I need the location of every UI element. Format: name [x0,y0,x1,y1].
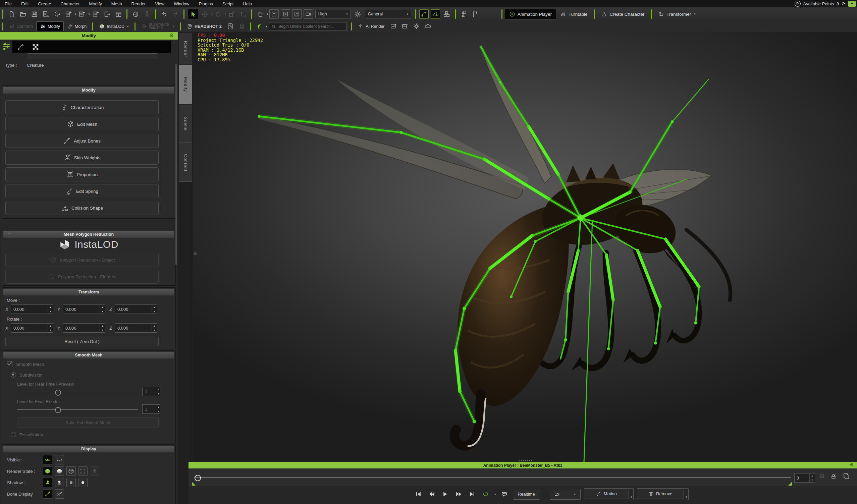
spinner[interactable]: ▲▼ [100,324,105,332]
collapse-icon[interactable]: – [8,86,11,91]
rotate-x-field[interactable]: ▲▼ [11,323,53,333]
timeline-playhead[interactable] [195,475,201,481]
spinner[interactable]: ▲▼ [152,305,157,314]
select-tool-icon[interactable] [187,9,198,19]
render-settings-icon[interactable] [411,21,421,32]
visible-off-toggle[interactable] [55,455,64,465]
quality-dropdown[interactable]: High ▾ [315,10,351,18]
content-search-box[interactable] [269,22,347,31]
create-character-button[interactable]: Create Character [598,9,649,19]
camera-fit-icon[interactable] [269,10,279,19]
motion-dropdown-icon[interactable]: ▾ [629,488,634,500]
range-end-marker[interactable] [788,482,792,486]
loop-button[interactable] [480,489,490,499]
shadow-receive-toggle[interactable] [66,478,76,487]
tab-modify[interactable]: Modify [179,65,192,104]
tab-scene[interactable]: Scene [179,105,192,143]
menu-script[interactable]: Script [218,1,238,6]
spinner[interactable]: ▲▼ [100,305,105,314]
move-y-field[interactable]: ▲▼ [63,304,105,314]
menu-window[interactable]: Window [169,1,194,6]
panel-resize-handle[interactable]: ⁞⁞⁞ [194,253,197,255]
skin-weights-button[interactable]: Skin Weights [5,151,159,165]
instalod-toolbar-button[interactable]: InstaLOD ▾ [96,22,132,31]
bone-edit-tab-icon[interactable] [17,43,24,51]
timeline-resize-handle[interactable]: ••••••• [519,458,533,462]
render-textured-toggle[interactable] [55,467,64,476]
duplicate-clip-icon[interactable] [843,472,850,480]
move-x-field[interactable]: ▲▼ [11,304,53,314]
fbx-dropdown-icon[interactable]: ▾ [88,12,90,16]
search-input[interactable] [278,24,339,29]
menu-help[interactable]: Help [238,1,257,6]
adjust-bones-button[interactable]: Adjust Bones [5,134,159,148]
viewport-3d[interactable]: FPS : 0.00 Project Triangle : 22942 Sele… [193,32,857,462]
material-ball-icon[interactable] [131,9,140,19]
render-wireframe-toggle[interactable] [66,467,76,476]
rotate-y-field[interactable]: ▲▼ [63,323,105,333]
clip-layers-icon[interactable] [819,473,824,479]
ik-mode-icon[interactable] [419,10,428,19]
player-close-icon[interactable]: ⊗ [850,462,854,467]
shadow-none-toggle[interactable] [78,478,87,487]
collapse-icon[interactable]: – [8,445,11,450]
menu-create[interactable]: Create [33,1,56,6]
menu-modify[interactable]: Modify [84,1,106,6]
export-fbx-icon[interactable]: FBX [77,9,87,19]
mesh-group-icon[interactable] [442,9,452,19]
save-project-icon[interactable] [29,9,39,19]
remove-dropdown-icon[interactable]: ▾ [684,488,689,500]
add-points-button[interactable]: + [848,1,856,7]
collapse-icon[interactable]: – [8,288,11,293]
go-to-start-button[interactable] [413,489,423,499]
comment-button[interactable] [500,489,509,499]
camera-view-icon[interactable] [304,10,313,19]
texture-tab-icon[interactable] [32,43,39,51]
go-to-end-button[interactable] [467,489,477,499]
plant-tool-icon[interactable] [254,21,264,32]
undo-icon[interactable] [159,9,169,19]
camera-focus-icon[interactable] [281,10,290,19]
scene-mode-dropdown[interactable]: General ▾ [365,10,411,18]
ai-video-icon[interactable] [400,21,410,32]
turntable-button[interactable]: Turntable [556,9,592,19]
collision-shape-button[interactable]: Collision Shape [5,201,159,215]
turntable-record-icon[interactable] [830,472,837,480]
menu-mesh[interactable]: Mesh [107,1,127,6]
render-solid-toggle[interactable] [43,467,52,476]
display-section-header[interactable]: – Display [3,446,174,452]
ai-image-icon[interactable] [388,21,399,32]
obj-dropdown-icon[interactable]: ▾ [75,12,77,16]
attribute-tab-icon[interactable] [2,42,11,51]
headshot2-button[interactable]: HEADSHOT 2 [184,22,225,31]
new-project-icon[interactable] [6,9,16,19]
home-dropdown-icon[interactable]: ▾ [267,12,268,16]
bone-show-toggle[interactable] [43,489,52,499]
menu-view[interactable]: View [150,1,169,6]
smooth-section-header[interactable]: – Smooth Mesh [3,352,174,358]
tab-content[interactable]: Content [179,144,192,182]
menu-file[interactable]: File [0,1,16,6]
reduction-section-header[interactable]: – Mesh Polygon Reduction [3,231,174,238]
render-bounds-toggle[interactable] [78,467,87,476]
menu-character[interactable]: Character [56,1,84,6]
panel-scrollbar[interactable] [175,64,177,265]
tab-render[interactable]: Render [179,34,192,64]
motion-button[interactable]: Motion [584,488,629,499]
skingen-panel-icon[interactable] [226,21,236,32]
refresh-points-icon[interactable]: ⟳ [842,1,845,6]
animation-player-header[interactable]: Animation Player : BeeMonster_B5 - Atk1 … [188,462,857,468]
spinner[interactable]: ▲▼ [809,473,815,482]
pack-project-icon[interactable] [113,9,123,19]
previous-frame-button[interactable] [427,489,437,499]
import-avatar-icon[interactable] [52,9,62,19]
characterization-button[interactable]: Characterization [5,100,159,114]
export-obj-icon[interactable]: OBJ [63,9,73,19]
next-frame-button[interactable] [453,489,464,499]
modify-mode-button[interactable]: Modify [36,21,64,31]
export-content-icon[interactable] [102,9,112,19]
timeline-track[interactable] [194,477,791,478]
rotate-z-field[interactable]: ▲▼ [115,323,157,333]
spinner[interactable]: ▲▼ [152,324,157,332]
play-button[interactable] [440,489,450,499]
